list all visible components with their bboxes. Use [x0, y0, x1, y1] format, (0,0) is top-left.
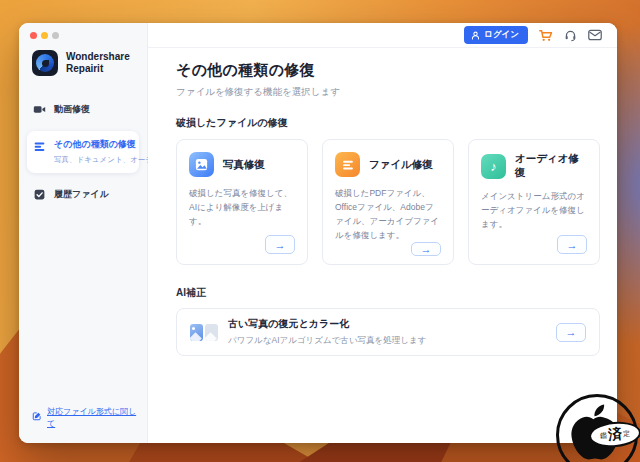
- page-subtitle: ファイルを修復する機能を選択します: [176, 86, 600, 99]
- main-panel: ログイン その他の種類の修復 ファイルを修復する機能を選択します 破損したファイ…: [148, 23, 617, 443]
- repair-cards-row: 写真修復 破損した写真を修復して、AIにより解像度を上げます。 → ファイル修復: [176, 139, 600, 265]
- card-photo-repair[interactable]: 写真修復 破損した写真を修復して、AIにより解像度を上げます。 →: [176, 139, 308, 265]
- photo-thumb-gray: [205, 324, 218, 341]
- stamp-char-right: 定: [623, 428, 631, 439]
- cart-icon[interactable]: [539, 29, 553, 42]
- mail-icon[interactable]: [588, 29, 602, 41]
- card-title: 写真修復: [223, 158, 265, 172]
- before-after-photos-icon: [190, 324, 218, 341]
- card-title: オーディオ修復: [515, 152, 587, 180]
- music-note-icon: ♪: [481, 154, 506, 179]
- music-note-glyph: ♪: [490, 159, 497, 174]
- card-header: ファイル修復: [335, 152, 441, 177]
- repairit-app-window: Wondershare Repairit 動画修復 その他の種類の修復 写真、ド…: [19, 23, 617, 443]
- section-ai-label: AI補正: [176, 286, 600, 300]
- sidebar: Wondershare Repairit 動画修復 その他の種類の修復 写真、ド…: [19, 23, 148, 443]
- app-brand: Wondershare Repairit: [19, 39, 147, 76]
- support-headset-icon[interactable]: [564, 29, 577, 42]
- file-check-icon: [33, 188, 46, 201]
- brand-line1: Wondershare: [66, 51, 130, 64]
- sidebar-item-history-files[interactable]: 履歴ファイル: [27, 180, 139, 209]
- arrow-right-icon: →: [566, 326, 577, 338]
- user-icon: [471, 31, 480, 40]
- video-camera-icon: [33, 103, 46, 116]
- ai-card-text: 古い写真の復元とカラー化 パワフルなAIアルゴリズムで古い写真を処理します: [228, 317, 426, 347]
- list-lines-icon: [33, 140, 46, 153]
- card-description: 破損したPDFファイル、Officeファイル、Adobeファイル、アーカイブファ…: [335, 186, 441, 242]
- arrow-right-icon: →: [567, 239, 578, 251]
- sidebar-item-label: 動画修復: [54, 103, 90, 116]
- sidebar-spacer: [19, 209, 147, 406]
- old-photo-restore-go-button[interactable]: →: [556, 323, 586, 342]
- card-file-repair[interactable]: ファイル修復 破損したPDFファイル、Officeファイル、Adobeファイル、…: [322, 139, 454, 265]
- sidebar-item-other-repair[interactable]: その他の種類の修復 写真、ドキュメント、オーディ…: [27, 131, 139, 173]
- topbar: ログイン: [148, 23, 617, 48]
- card-old-photo-restore[interactable]: 古い写真の復元とカラー化 パワフルなAIアルゴリズムで古い写真を処理します →: [176, 308, 600, 356]
- brand-name: Wondershare Repairit: [66, 51, 130, 76]
- card-description: 破損した写真を修復して、AIにより解像度を上げます。: [189, 186, 295, 228]
- close-window-button[interactable]: [30, 32, 37, 39]
- photo-repair-go-button[interactable]: →: [265, 235, 295, 254]
- section-damaged-files-label: 破損したファイルの修復: [176, 116, 600, 130]
- site-watermark: 鑑 済 定: [556, 394, 638, 462]
- sidebar-item-video-repair[interactable]: 動画修復: [27, 95, 139, 124]
- login-button[interactable]: ログイン: [464, 26, 528, 44]
- card-header: 写真修復: [189, 152, 295, 177]
- page-title: その他の種類の修復: [176, 61, 600, 80]
- photo-image-icon: [189, 152, 214, 177]
- ai-card-description: パワフルなAIアルゴリズムで古い写真を処理します: [228, 335, 426, 347]
- arrow-right-icon: →: [275, 239, 286, 251]
- content-area: その他の種類の修復 ファイルを修復する機能を選択します 破損したファイルの修復 …: [148, 48, 617, 356]
- zoom-window-button[interactable]: [52, 32, 59, 39]
- file-repair-go-button[interactable]: →: [411, 242, 441, 256]
- card-title: ファイル修復: [369, 158, 433, 172]
- card-description: メインストリーム形式のオーディオファイルを修復します。: [481, 189, 587, 231]
- ai-card-title: 古い写真の復元とカラー化: [228, 317, 426, 331]
- arrow-right-icon: →: [421, 243, 432, 255]
- card-header: ♪ オーディオ修復: [481, 152, 587, 180]
- login-label: ログイン: [484, 29, 519, 41]
- stamp-char-center: 済: [607, 425, 623, 444]
- compose-link-icon: [32, 407, 42, 425]
- repairit-logo-icon: [32, 50, 58, 76]
- photo-thumb-blue: [190, 324, 203, 341]
- sidebar-item-label: 履歴ファイル: [54, 188, 109, 201]
- brand-line2: Repairit: [66, 63, 130, 76]
- window-controls: [19, 23, 147, 39]
- minimize-window-button[interactable]: [41, 32, 48, 39]
- sidebar-nav: 動画修復 その他の種類の修復 写真、ドキュメント、オーディ… 履歴ファイル: [19, 95, 147, 209]
- audio-repair-go-button[interactable]: →: [557, 235, 587, 254]
- stamp-char-left: 鑑: [600, 430, 608, 441]
- sidebar-footer: 対応ファイル形式に関して: [19, 406, 147, 443]
- card-audio-repair[interactable]: ♪ オーディオ修復 メインストリーム形式のオーディオファイルを修復します。 →: [468, 139, 600, 265]
- document-lines-icon: [335, 152, 360, 177]
- supported-formats-link[interactable]: 対応ファイル形式に関して: [47, 406, 139, 430]
